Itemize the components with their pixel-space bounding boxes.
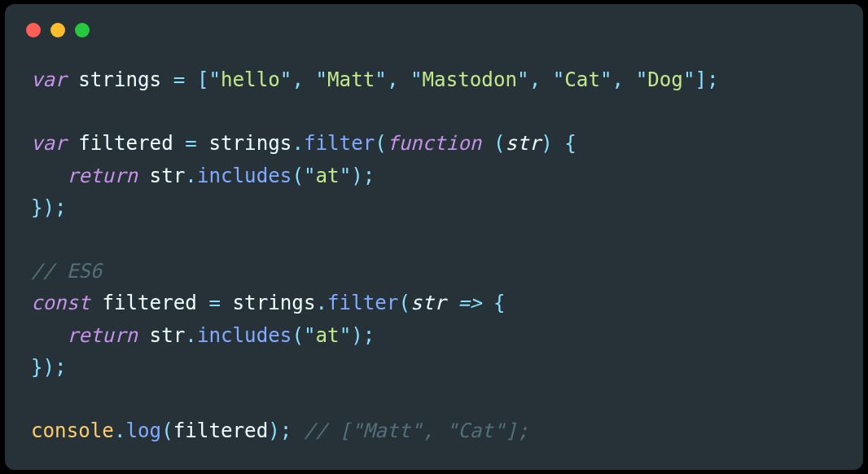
token-var bbox=[541, 68, 553, 91]
token-punct: . bbox=[316, 292, 328, 314]
token-str-q: " bbox=[208, 68, 221, 91]
token-punct: , bbox=[387, 68, 399, 91]
token-kw: return bbox=[67, 165, 138, 187]
token-var bbox=[553, 132, 565, 155]
token-var: str bbox=[138, 165, 185, 187]
code-line: return str.includes("at"); bbox=[31, 160, 837, 192]
code-window: var strings = ["hello", "Matt", "Mastodo… bbox=[5, 4, 863, 470]
token-str-q: " bbox=[375, 68, 387, 91]
token-str-q: " bbox=[553, 68, 565, 91]
token-fn: includes bbox=[197, 324, 292, 347]
token-fn: filter bbox=[304, 132, 375, 155]
token-punct: . bbox=[114, 419, 126, 442]
token-str-q: " bbox=[600, 68, 612, 91]
token-punct: ); bbox=[351, 165, 375, 187]
token-comment: // ["Matt", "Cat"]; bbox=[304, 419, 529, 442]
code-line: var strings = ["hello", "Matt", "Mastodo… bbox=[31, 64, 837, 96]
token-var bbox=[304, 68, 316, 91]
token-kw: function bbox=[387, 132, 493, 155]
token-str: Cat bbox=[564, 68, 600, 91]
token-str-q: " bbox=[410, 68, 423, 91]
token-var bbox=[292, 419, 304, 442]
token-punct: ( bbox=[398, 292, 410, 314]
token-var bbox=[398, 68, 410, 91]
token-str-q: " bbox=[304, 165, 316, 187]
token-punct: ]; bbox=[695, 68, 719, 91]
token-str-q: " bbox=[304, 324, 316, 347]
zoom-icon[interactable] bbox=[75, 23, 90, 37]
token-str-q: " bbox=[340, 324, 352, 347]
token-fn: log bbox=[126, 419, 162, 442]
token-punct: { bbox=[564, 132, 576, 155]
code-block: var strings = ["hello", "Matt", "Mastodo… bbox=[5, 40, 863, 447]
code-line: console.log(filtered); // ["Matt", "Cat"… bbox=[31, 415, 837, 447]
token-comment: // ES6 bbox=[31, 260, 102, 283]
token-var bbox=[31, 165, 67, 187]
token-kw: const bbox=[31, 292, 102, 314]
token-str: at bbox=[316, 165, 340, 187]
token-punct: . bbox=[185, 165, 197, 187]
token-punct: { bbox=[493, 292, 506, 314]
token-punct: ( bbox=[161, 419, 173, 442]
token-var: filtered bbox=[78, 132, 185, 155]
token-str-q: " bbox=[683, 68, 695, 91]
token-punct: ( bbox=[375, 132, 387, 155]
code-line bbox=[31, 96, 837, 128]
code-line bbox=[31, 384, 837, 415]
window-titlebar bbox=[5, 20, 863, 40]
token-var: filtered bbox=[102, 292, 208, 314]
code-line: // ES6 bbox=[31, 256, 837, 287]
token-punct: , bbox=[292, 68, 304, 91]
token-punct: ); bbox=[268, 419, 292, 442]
token-str: Mastodon bbox=[423, 68, 518, 91]
token-punct: ( bbox=[292, 165, 304, 187]
code-line: const filtered = strings.filter(str => { bbox=[31, 287, 837, 319]
token-str-q: " bbox=[280, 68, 292, 91]
token-str-q: " bbox=[316, 68, 328, 91]
token-var: strings bbox=[221, 292, 316, 314]
code-line: }); bbox=[31, 192, 837, 224]
token-punct: ); bbox=[351, 324, 375, 347]
token-punct: , bbox=[612, 68, 625, 91]
token-opi: => bbox=[458, 292, 481, 314]
token-var: strings bbox=[78, 68, 173, 91]
token-punct: }); bbox=[31, 356, 67, 379]
token-str-q: " bbox=[636, 68, 648, 91]
token-param: str bbox=[506, 132, 541, 155]
token-var: filtered bbox=[173, 419, 269, 442]
token-kw: var bbox=[31, 132, 78, 155]
token-var: str bbox=[138, 324, 185, 347]
code-line: return str.includes("at"); bbox=[31, 320, 837, 352]
token-fn: includes bbox=[197, 165, 292, 187]
token-op: = bbox=[185, 132, 197, 155]
minimize-icon[interactable] bbox=[50, 23, 65, 37]
token-var bbox=[185, 68, 197, 91]
token-var bbox=[481, 292, 493, 314]
token-var: strings bbox=[197, 132, 292, 155]
token-op: = bbox=[173, 68, 186, 91]
close-icon[interactable] bbox=[26, 23, 41, 37]
token-kw: var bbox=[31, 68, 78, 91]
token-str: at bbox=[316, 324, 340, 347]
token-punct: [ bbox=[197, 68, 209, 91]
token-builtin: console bbox=[31, 419, 114, 442]
token-var bbox=[624, 68, 636, 91]
token-str: hello bbox=[221, 68, 280, 91]
token-punct: . bbox=[292, 132, 304, 155]
token-punct: . bbox=[185, 324, 197, 347]
token-punct: ) bbox=[541, 132, 553, 155]
token-punct: ( bbox=[292, 324, 304, 347]
token-op: = bbox=[208, 292, 221, 314]
token-str-q: " bbox=[340, 165, 352, 187]
token-var bbox=[31, 324, 67, 347]
token-str: Matt bbox=[327, 68, 375, 91]
token-param: str bbox=[410, 292, 458, 314]
token-str: Dog bbox=[647, 68, 683, 91]
token-punct: , bbox=[529, 68, 541, 91]
code-line: var filtered = strings.filter(function (… bbox=[31, 128, 837, 160]
token-fn: filter bbox=[327, 292, 398, 314]
token-punct: ( bbox=[493, 132, 506, 155]
token-punct: }); bbox=[31, 196, 67, 219]
code-line: }); bbox=[31, 352, 837, 384]
code-line bbox=[31, 224, 837, 256]
